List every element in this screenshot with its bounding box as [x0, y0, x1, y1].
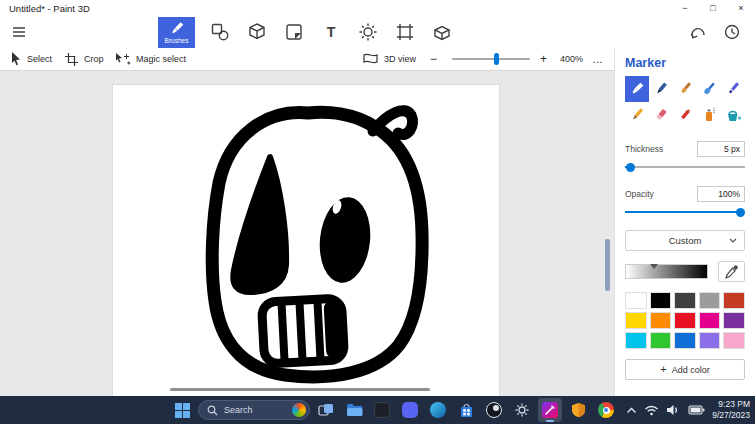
store-icon [459, 403, 474, 418]
zoom-out-button[interactable]: − [430, 48, 437, 70]
opacity-slider-thumb[interactable] [736, 208, 745, 217]
thickness-slider[interactable] [625, 161, 745, 173]
color-swatch[interactable] [723, 292, 745, 309]
color-swatch[interactable] [650, 312, 672, 329]
history-button[interactable] [721, 21, 743, 43]
magic-select-button[interactable]: Magic select [114, 48, 186, 70]
more-options-button[interactable]: … [592, 48, 603, 70]
file-explorer-button[interactable] [342, 398, 366, 422]
tool-strip: Brushes T [158, 17, 467, 48]
shade-marker[interactable] [650, 264, 658, 269]
tab-text[interactable]: T [319, 17, 343, 47]
window-controls: − □ × [671, 0, 755, 16]
palette-dropdown-value: Custom [669, 235, 702, 246]
defender-button[interactable] [566, 398, 590, 422]
task-view-button[interactable] [314, 398, 338, 422]
text-icon: T [327, 25, 336, 39]
color-swatch[interactable] [625, 332, 647, 349]
tab-stickers[interactable] [282, 17, 306, 47]
menu-button[interactable] [10, 24, 28, 40]
edge-button[interactable] [426, 398, 450, 422]
close-icon: × [738, 3, 743, 13]
eyedropper-button[interactable] [718, 261, 745, 282]
opacity-input[interactable]: 100% [697, 186, 745, 202]
crop-button[interactable]: Crop [64, 48, 104, 70]
canvas-icon [394, 21, 416, 43]
discord-button[interactable] [398, 398, 422, 422]
brush-calligraphy-pen[interactable] [649, 76, 673, 102]
color-swatch[interactable] [625, 312, 647, 329]
search-box[interactable]: Search [198, 400, 310, 420]
3d-view-icon [362, 52, 379, 67]
horizontal-scrollbar[interactable] [170, 388, 430, 391]
zoom-slider-thumb[interactable] [494, 53, 499, 65]
effects-icon [357, 21, 379, 43]
active-app-indicator [546, 420, 554, 422]
canvas-drawing [113, 85, 499, 396]
brush-spray-can[interactable] [697, 102, 721, 128]
color-swatch[interactable] [674, 332, 696, 349]
paint3d-app-button[interactable] [538, 398, 562, 422]
search-highlights-icon [292, 403, 306, 417]
color-swatch[interactable] [699, 292, 721, 309]
minimize-button[interactable]: − [671, 0, 699, 16]
color-swatch[interactable] [723, 312, 745, 329]
tab-3d-shapes[interactable] [245, 17, 269, 47]
tab-2d-shapes[interactable] [208, 17, 232, 47]
color-swatch[interactable] [699, 312, 721, 329]
opacity-label: Opacity [625, 189, 654, 199]
color-swatch[interactable] [674, 312, 696, 329]
select-button[interactable]: Select [8, 48, 52, 70]
opacity-row: Opacity 100% [625, 186, 745, 202]
zoom-slider[interactable] [452, 58, 530, 60]
store-button[interactable] [454, 398, 478, 422]
color-swatch[interactable] [650, 332, 672, 349]
menu-icon [12, 26, 26, 38]
color-swatch[interactable] [674, 292, 696, 309]
tab-effects[interactable] [356, 17, 380, 47]
3d-view-button[interactable]: 3D view [362, 48, 416, 70]
undo-icon [687, 21, 709, 43]
brush-oil-brush[interactable] [673, 76, 697, 102]
close-button[interactable]: × [727, 0, 755, 16]
clock-time: 9:23 PM [712, 399, 750, 410]
tab-3d-library[interactable] [430, 17, 454, 47]
tab-canvas[interactable] [393, 17, 417, 47]
obs-icon [486, 402, 502, 418]
color-swatch[interactable] [723, 332, 745, 349]
color-swatch[interactable] [650, 292, 672, 309]
brush-marker[interactable] [625, 76, 649, 102]
palette-dropdown[interactable]: Custom [625, 230, 745, 251]
settings-button[interactable] [510, 398, 534, 422]
opacity-slider[interactable] [625, 206, 745, 218]
drawing-canvas[interactable] [113, 85, 499, 396]
undo-button[interactable] [687, 21, 709, 43]
thickness-slider-thumb[interactable] [626, 163, 635, 172]
brush-grid [625, 76, 745, 128]
color-swatch[interactable] [625, 292, 647, 309]
battery-icon[interactable] [688, 404, 705, 416]
chevron-up-icon[interactable] [626, 407, 637, 414]
brush-crayon[interactable] [673, 102, 697, 128]
shade-gradient-bar[interactable] [625, 264, 708, 279]
maximize-button[interactable]: □ [699, 0, 727, 16]
wifi-icon[interactable] [644, 404, 659, 416]
brush-watercolour[interactable] [697, 76, 721, 102]
add-color-button[interactable]: + Add color [625, 359, 745, 380]
obs-button[interactable] [482, 398, 506, 422]
brush-pencil[interactable] [625, 102, 649, 128]
brush-pixel-pen[interactable] [721, 76, 745, 102]
select-label: Select [27, 54, 52, 64]
thickness-input[interactable]: 5 px [697, 141, 745, 157]
color-swatch[interactable] [699, 332, 721, 349]
chrome-button[interactable] [594, 398, 618, 422]
terminal-button[interactable] [370, 398, 394, 422]
tab-brushes[interactable]: Brushes [158, 17, 195, 48]
start-button[interactable] [170, 398, 194, 422]
volume-icon[interactable] [666, 404, 681, 416]
zoom-in-button[interactable]: + [540, 48, 547, 70]
brush-eraser[interactable] [649, 102, 673, 128]
brush-fill[interactable] [721, 102, 745, 128]
vertical-scrollbar[interactable] [605, 239, 610, 291]
clock[interactable]: 9:23 PM 9/27/2023 [712, 399, 750, 421]
